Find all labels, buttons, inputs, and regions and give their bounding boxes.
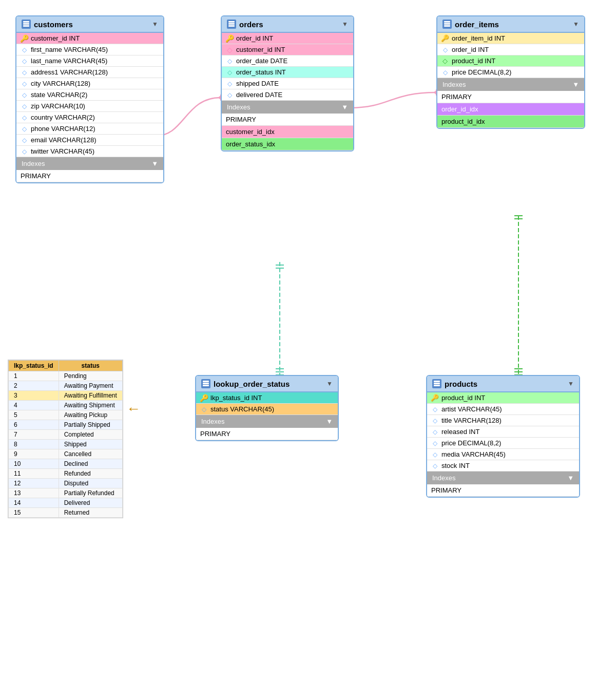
products-table-header[interactable]: products ▼ [427,376,579,392]
order_items-index-order_id_idx: order_id_idx [437,103,584,116]
lookup-cell-status: Pending [59,371,122,381]
lookup-indexes-header[interactable]: Indexes ▼ [196,415,338,428]
regular-icon: ◇ [431,440,438,447]
regular-icon: ◇ [431,428,438,436]
lookup-cell-id: 3 [9,391,59,401]
lookup-table-content: lkp_status_id status 1Pending2Awaiting P… [8,360,123,518]
orders-indexes-header[interactable]: Indexes ▼ [222,101,353,114]
lookup-cell-id: 6 [9,420,59,430]
orders-field-delivered: ◇ delivered DATE [222,89,353,101]
orders-indexes-label: Indexes [227,103,251,111]
orders-table-icon [227,20,236,29]
customers-field-zip: ◇ zip VARCHAR(10) [16,101,163,112]
lookup-cell-id: 1 [9,371,59,381]
orders-field-shipped: ◇ shipped DATE [222,78,353,89]
lookup_order_status-table-header[interactable]: lookup_order_status ▼ [196,376,338,392]
lookup-data-row: 7Completed [9,430,123,440]
customers-chevron: ▼ [152,21,158,28]
lookup-cell-id: 11 [9,469,59,479]
lookup_order_status-table: lookup_order_status ▼ 🔑 lkp_status_id IN… [195,375,339,441]
customers-indexes-header[interactable]: Indexes ▼ [16,157,163,170]
lookup-cell-status: Delivered [59,498,122,508]
fk-yellow-icon: 🔑 [441,35,449,42]
regular-icon: ◇ [21,125,28,133]
regular-icon: ◇ [226,69,233,76]
customers-field-first_name: ◇ first_name VARCHAR(45) [16,44,163,55]
lookup-index-primary: PRIMARY [196,428,338,440]
orders-table-header[interactable]: orders ▼ [222,16,353,33]
regular-icon: ◇ [431,417,438,424]
svg-rect-29 [444,23,450,25]
customers-field-twitter: ◇ twitter VARCHAR(45) [16,146,163,157]
customers-table-header[interactable]: customers ▼ [16,16,163,33]
lookup-data-row: 6Partially Shipped [9,420,123,430]
order_items-table-header[interactable]: order_items ▼ [437,16,584,33]
products-field-stock: ◇ stock INT [427,460,579,472]
customers-field-customer_id: 🔑 customer_id INT [16,33,163,44]
products-table-icon [432,379,441,388]
lookup-cell-id: 9 [9,449,59,459]
svg-rect-36 [434,385,440,386]
regular-icon: ◇ [21,80,28,87]
customers-indexes-label: Indexes [22,160,45,167]
regular-icon: ◇ [21,148,28,155]
svg-rect-30 [444,25,450,27]
orders-table: orders ▼ 🔑 order_id INT ◇ customer_id IN… [221,15,354,152]
regular-icon: ◇ [441,46,449,53]
lookup-data-row: 8Shipped [9,440,123,449]
svg-rect-23 [23,23,29,25]
orders-field-order_id: 🔑 order_id INT [222,33,353,44]
lookup-cell-id: 5 [9,410,59,420]
customers-field-city: ◇ city VARCHAR(128) [16,78,163,89]
lookup-col-header-id: lkp_status_id [9,361,59,371]
lookup-cell-status: Completed [59,430,122,440]
order_items-table: order_items ▼ 🔑 order_item_id INT ◇ orde… [436,15,585,129]
regular-icon: ◇ [21,69,28,76]
svg-rect-26 [228,23,235,25]
lookup-cell-status: Partially Shipped [59,420,122,430]
lookup-cell-id: 12 [9,479,59,488]
lookup-cell-id: 8 [9,440,59,449]
customers-indexes-chevron: ▼ [151,160,158,167]
regular-icon: ◇ [431,406,438,413]
lookup-cell-id: 10 [9,459,59,469]
order_items-indexes-header[interactable]: Indexes ▼ [437,78,584,91]
order_items-field-order_id: ◇ order_id INT [437,44,584,55]
orders-indexes-chevron: ▼ [341,103,348,111]
lookup-data-row: 5Awaiting Pickup [9,410,123,420]
lookup-data-table: lkp_status_id status 1Pending2Awaiting P… [8,360,123,518]
pk-icon: 🔑 [21,35,28,42]
customers-table-icon [22,20,31,29]
products-index-primary: PRIMARY [427,484,579,497]
customers-field-last_name: ◇ last_name VARCHAR(45) [16,55,163,67]
order_items-indexes-label: Indexes [442,81,466,88]
lookup-cell-status: Awaiting Fulfillment [59,391,122,401]
order_items-chevron: ▼ [573,21,579,28]
lookup-cell-status: Disputed [59,479,122,488]
regular-icon: ◇ [21,91,28,99]
lookup-cell-status: Declined [59,459,122,469]
svg-rect-35 [434,383,440,384]
lookup-cell-status: Returned [59,508,122,518]
products-field-title: ◇ title VARCHAR(128) [427,415,579,426]
svg-rect-31 [203,381,209,382]
order_items-field-order_item_id: 🔑 order_item_id INT [437,33,584,44]
regular-icon: ◇ [441,69,449,76]
svg-rect-25 [228,21,235,23]
lookup-cell-id: 14 [9,498,59,508]
products-field-released: ◇ released INT [427,426,579,438]
lookup-field-status: ◇ status VARCHAR(45) [196,404,338,415]
svg-rect-27 [228,25,235,27]
lookup-data-row: 2Awaiting Payment [9,381,123,391]
orders-field-order_date: ◇ order_date DATE [222,55,353,67]
lookup-data-row: 10Declined [9,459,123,469]
regular-icon: ◇ [226,58,233,65]
lookup-cell-status: Partially Refunded [59,488,122,498]
lookup-cell-status: Cancelled [59,449,122,459]
diagram-container: customers ▼ 🔑 customer_id INT ◇ first_na… [0,0,616,697]
regular-icon: ◇ [21,103,28,110]
products-indexes-header[interactable]: Indexes ▼ [427,472,579,484]
lookup-cell-id: 7 [9,430,59,440]
lookup-cell-status: Awaiting Payment [59,381,122,391]
customers-field-country: ◇ country VARCHAR(2) [16,112,163,123]
